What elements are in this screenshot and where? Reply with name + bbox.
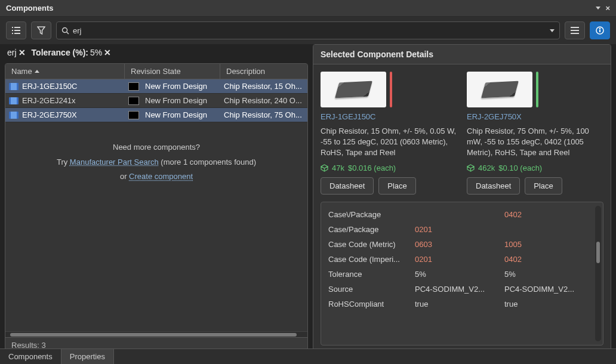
remove-filter-icon[interactable]: ✕ — [19, 48, 26, 57]
property-row: RoHSComplianttruetrue — [328, 297, 599, 311]
component-image — [467, 72, 532, 107]
manufacturer-search-link[interactable]: Manufacturer Part Search — [70, 158, 159, 166]
place-button[interactable]: Place — [525, 177, 562, 195]
diff-stripe-icon — [390, 72, 392, 107]
property-value-b: 5% — [504, 270, 594, 279]
revision-swatch-icon — [128, 97, 139, 105]
comparison-table: Case\/Package0402Case/Package0201Case Co… — [321, 202, 603, 346]
create-component-link[interactable]: Create component — [129, 172, 193, 181]
part-number-link[interactable]: ERJ-1GEJ150C — [321, 112, 457, 121]
table-row[interactable]: ERJ-1GEJ150CNew From DesignChip Resistor… — [5, 79, 307, 94]
svg-point-13 — [599, 28, 600, 29]
revision-swatch-icon — [128, 82, 139, 91]
property-name: Tolerance — [328, 270, 415, 279]
property-name: Source — [328, 285, 415, 294]
info-button[interactable] — [590, 21, 610, 39]
property-row: Case Code (Metric)06031005 — [328, 237, 599, 252]
property-value-b: PC4-SODIMM_V2... — [504, 285, 594, 294]
search-icon — [61, 27, 69, 35]
filter-button[interactable] — [31, 21, 51, 39]
property-name: Case Code (Metric) — [328, 240, 415, 249]
table-row[interactable]: ERJ-2GEJ750XNew From DesignChip Resistor… — [5, 108, 307, 122]
selected-component-card: ERJ-2GEJ750XChip Resistor, 75 Ohm, +/- 5… — [467, 72, 603, 195]
column-description[interactable]: Description — [220, 64, 307, 79]
cube-icon — [321, 164, 328, 172]
property-value-a: 0201 — [415, 225, 504, 234]
revision-swatch-icon — [128, 111, 139, 119]
remove-filter-icon[interactable]: ✕ — [104, 48, 111, 57]
part-number-link[interactable]: ERJ-2GEJ750X — [467, 112, 603, 121]
diff-stripe-icon — [536, 72, 538, 107]
stock-price: 462k $0.10 (each) — [467, 164, 603, 172]
property-value-a: true — [415, 300, 504, 309]
panel-titlebar: Components × — [0, 0, 616, 17]
tab-properties[interactable]: Properties — [61, 349, 114, 364]
search-box[interactable] — [56, 21, 560, 39]
toolbar — [0, 17, 616, 44]
details-header: Selected Component Details — [313, 45, 611, 64]
property-value-b: 0402 — [504, 210, 594, 219]
property-row: Case Code (Imperi...02010402 — [328, 252, 599, 267]
property-name: Case Code (Imperi... — [328, 255, 415, 264]
property-value-a: 0201 — [415, 255, 504, 264]
table-row[interactable]: ERJ-2GEJ241xNew From DesignChip Resistor… — [5, 94, 307, 108]
menu-button[interactable] — [565, 21, 585, 39]
search-dropdown-icon[interactable] — [550, 29, 555, 32]
more-components-message: Need more components? Try Manufacturer P… — [5, 122, 307, 190]
property-value-a: PC4-SODIMM_V2... — [415, 285, 504, 294]
property-value-a: 0603 — [415, 240, 504, 249]
svg-point-6 — [63, 27, 67, 32]
results-pane: erj✕ Tolerance (%): 5%✕ Name Revision St… — [5, 44, 308, 353]
bottom-tab-bar: Components Properties — [0, 348, 616, 364]
stock-price: 47k $0.016 (each) — [321, 164, 457, 172]
results-table: Name Revision State Description ERJ-1GEJ… — [5, 63, 308, 353]
svg-line-7 — [67, 32, 69, 34]
filter-chip-erj[interactable]: erj✕ — [7, 48, 26, 57]
component-description: Chip Resistor, 75 Ohm, +/- 5%, 100 mW, -… — [467, 126, 603, 159]
property-row: Case/Package0201 — [328, 222, 599, 237]
property-row: SourcePC4-SODIMM_V2...PC4-SODIMM_V2... — [328, 282, 599, 297]
datasheet-button[interactable]: Datasheet — [321, 177, 374, 195]
dropdown-icon[interactable] — [596, 7, 600, 10]
filter-bar: erj✕ Tolerance (%): 5%✕ — [5, 44, 308, 63]
property-value-a: 5% — [415, 270, 504, 279]
column-name[interactable]: Name — [5, 64, 125, 79]
filter-chip-tolerance[interactable]: Tolerance (%): 5%✕ — [32, 48, 112, 57]
property-value-b: 1005 — [504, 240, 594, 249]
property-value-b: true — [504, 300, 594, 309]
property-row: Tolerance5%5% — [328, 267, 599, 282]
view-list-button[interactable] — [6, 21, 26, 39]
property-name: RoHSCompliant — [328, 300, 415, 309]
sort-asc-icon — [35, 70, 39, 73]
datasheet-button[interactable]: Datasheet — [467, 177, 520, 195]
horizontal-scrollbar[interactable] — [5, 331, 307, 337]
component-icon — [9, 112, 19, 119]
property-row: Case\/Package0402 — [328, 207, 599, 222]
component-icon — [9, 83, 19, 90]
details-pane: Selected Component Details ERJ-1GEJ150CC… — [313, 44, 611, 353]
tab-components[interactable]: Components — [0, 349, 61, 364]
cube-icon — [467, 164, 475, 172]
component-description: Chip Resistor, 15 Ohm, +/- 5%, 0.05 W, -… — [321, 126, 457, 159]
property-value-b: 0402 — [504, 255, 594, 264]
column-revision[interactable]: Revision State — [125, 64, 220, 79]
search-input[interactable] — [69, 26, 550, 35]
property-name: Case\/Package — [328, 210, 415, 219]
close-icon[interactable]: × — [605, 4, 610, 13]
place-button[interactable]: Place — [378, 177, 416, 195]
selected-component-card: ERJ-1GEJ150CChip Resistor, 15 Ohm, +/- 5… — [321, 72, 457, 195]
panel-title: Components — [6, 4, 53, 13]
property-name: Case/Package — [328, 225, 415, 234]
component-image — [321, 72, 386, 107]
component-icon — [9, 97, 19, 104]
vertical-scrollbar[interactable] — [595, 206, 601, 341]
